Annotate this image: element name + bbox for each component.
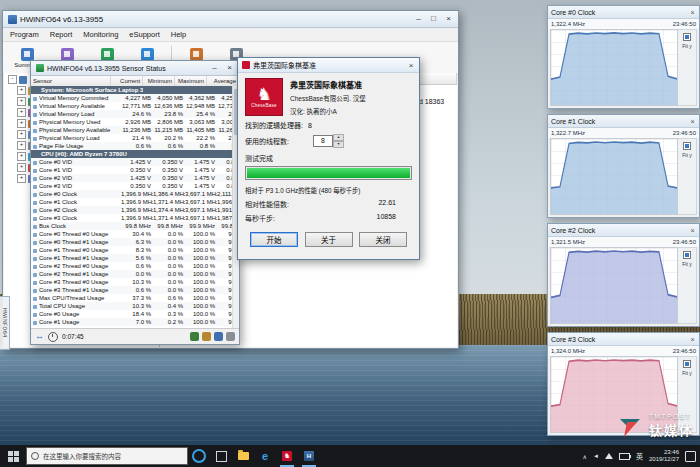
sensor-row[interactable]: Core #0 Clock1,396.9 MHz1,386.4 MHz3,697… xyxy=(31,190,233,198)
graph-window-core-1-clock[interactable]: Core #1 Clock×1,322.7 MHz23:46:50Fit y xyxy=(547,114,700,218)
graph-plot[interactable] xyxy=(550,29,678,106)
sensor-row[interactable]: Virtual Memory Load24.6 %23.8 %25.4 %24.… xyxy=(31,110,233,118)
tray-expand-icon[interactable]: ∧ xyxy=(583,453,587,460)
sensor-row[interactable]: Core #0 Thread #1 Usage6.3 %0.0 %100.0 %… xyxy=(31,238,233,246)
notification-center-icon[interactable] xyxy=(685,451,696,462)
minimize-icon[interactable]: – xyxy=(411,13,426,25)
collapse-icon[interactable]: - xyxy=(8,75,17,84)
graph-titlebar[interactable]: Core #0 Clock× xyxy=(548,6,699,19)
threads-value[interactable]: 8 xyxy=(313,135,333,147)
sensor-row[interactable]: Physical Memory Available11,236 MB11,215… xyxy=(31,126,233,134)
close-icon[interactable]: × xyxy=(686,9,699,16)
fit-y-checkbox[interactable] xyxy=(683,251,691,259)
sensor-row[interactable]: Core #3 Thread #1 Usage0.6 %0.0 %100.0 %… xyxy=(31,286,233,294)
sensor-row[interactable]: Core #1 Thread #0 Usage8.3 %0.0 %100.0 %… xyxy=(31,246,233,254)
menu-esupport[interactable]: eSupport xyxy=(129,30,159,39)
close-icon[interactable]: × xyxy=(686,118,699,125)
sensor-row[interactable]: Virtual Memory Available12,771 MB12,636 … xyxy=(31,102,233,110)
hwinfo-edge-tab[interactable]: HWiNFO64 xyxy=(0,296,10,350)
sensor-row[interactable]: Core #0 Usage18.4 %0.3 %100.0 %94.0 % xyxy=(31,310,233,318)
graph-window-core-2-clock[interactable]: Core #2 Clock×1,321.5 MHz23:46:50Fit y xyxy=(547,223,700,327)
cortana-button[interactable] xyxy=(188,445,210,467)
sensor-row[interactable]: Core #1 VID0.350 V0.350 V1.475 V0.833 V xyxy=(31,166,233,174)
graph-titlebar[interactable]: Core #1 Clock× xyxy=(548,115,699,128)
main-window-titlebar[interactable]: HWiNFO64 v6.13-3955 – □ × xyxy=(3,11,458,28)
graph-plot[interactable] xyxy=(550,138,678,215)
expand-icon[interactable]: + xyxy=(17,163,26,172)
wifi-icon[interactable] xyxy=(605,453,613,459)
search-input[interactable]: 在这里输入你要搜索的内容 xyxy=(26,447,188,465)
volume-icon[interactable]: ◄ xyxy=(593,453,599,459)
fit-y-checkbox[interactable] xyxy=(683,142,691,150)
menu-help[interactable]: Help xyxy=(171,30,186,39)
close-icon[interactable]: × xyxy=(686,227,699,234)
start-button[interactable] xyxy=(0,445,26,467)
expand-icon[interactable]: + xyxy=(17,86,26,95)
sensor-col-sensor[interactable]: Sensor xyxy=(31,76,111,86)
hwinfo-taskbar-button[interactable]: H xyxy=(298,445,320,467)
menu-report[interactable]: Report xyxy=(50,30,73,39)
sensor-row[interactable]: Core #2 Thread #0 Usage0.6 %0.0 %100.0 %… xyxy=(31,262,233,270)
fit-y-checkbox[interactable] xyxy=(683,33,691,41)
maximize-icon[interactable]: □ xyxy=(426,13,441,25)
start-button[interactable]: 开始 xyxy=(250,232,298,247)
sensor-row[interactable]: Max CPU/Thread Usage37.3 %0.6 %100.0 %95… xyxy=(31,294,233,302)
expand-icon[interactable]: + xyxy=(17,152,26,161)
expand-icon[interactable]: + xyxy=(17,174,26,183)
menu-monitoring[interactable]: Monitoring xyxy=(83,30,118,39)
close-icon[interactable]: × xyxy=(403,61,419,70)
spin-up-icon[interactable]: ▲ xyxy=(333,134,344,141)
file-explorer-button[interactable] xyxy=(232,445,254,467)
about-button[interactable]: 关于 xyxy=(305,232,353,247)
sensor-row[interactable]: Virtual Memory Commited4,227 MB4,050 MB4… xyxy=(31,94,233,102)
sensor-row[interactable]: Total CPU Usage10.3 %0.4 %100.0 %93.9 % xyxy=(31,302,233,310)
fit-y-checkbox[interactable] xyxy=(683,360,691,368)
sensor-row[interactable]: Core #2 Clock1,396.9 MHz1,374.4 MHz3,697… xyxy=(31,206,233,214)
close-icon[interactable]: × xyxy=(686,336,699,343)
graph-titlebar[interactable]: Core #3 Clock× xyxy=(548,333,699,346)
dialog-titlebar[interactable]: 弗里茨国际象棋基准 × xyxy=(238,58,419,73)
battery-icon[interactable] xyxy=(619,453,630,460)
sensor-row[interactable]: Core #3 VID0.350 V0.350 V1.475 V0.838 V xyxy=(31,182,233,190)
layout-tool-icon[interactable] xyxy=(214,332,223,341)
graph-tool-icon[interactable] xyxy=(190,332,199,341)
sensor-row[interactable]: Core #3 Clock1,396.9 MHz1,371.4 MHz3,697… xyxy=(31,214,233,222)
task-view-button[interactable] xyxy=(210,445,232,467)
expand-icon[interactable]: + xyxy=(17,141,26,150)
cycle-sensors-icon[interactable]: ↔ xyxy=(35,332,44,341)
taskbar-clock[interactable]: 23:46 2019/12/27 xyxy=(649,449,679,463)
sensor-row[interactable]: Page File Usage0.6 %0.6 %0.8 %0.7 % xyxy=(31,142,233,150)
pin-tool-icon[interactable] xyxy=(226,332,235,341)
sensor-row[interactable]: Core #1 Thread #1 Usage5.6 %0.0 %100.0 %… xyxy=(31,254,233,262)
sensor-row[interactable]: Core #3 Thread #0 Usage10.3 %0.0 %100.0 … xyxy=(31,278,233,286)
spin-down-icon[interactable]: ▼ xyxy=(333,141,344,148)
sensor-row[interactable]: Physical Memory Load21.4 %20.2 %22.2 %21… xyxy=(31,134,233,142)
sensor-row[interactable]: Core #0 Thread #0 Usage30.4 %0.0 %100.0 … xyxy=(31,230,233,238)
sensor-col-maximum[interactable]: Maximum xyxy=(175,76,207,86)
minimize-icon[interactable]: – xyxy=(207,62,222,74)
menu-program[interactable]: Program xyxy=(10,30,39,39)
close-button[interactable]: 关闭 xyxy=(359,232,407,247)
sensor-row[interactable]: Core #1 Clock1,396.9 MHz1,371.4 MHz3,697… xyxy=(31,198,233,206)
sensor-row[interactable]: Bus Clock99.8 MHz99.8 MHz99.9 MHz99.8 MH… xyxy=(31,222,233,230)
settings-tool-icon[interactable] xyxy=(202,332,211,341)
expand-icon[interactable]: + xyxy=(17,130,26,139)
sensor-row[interactable]: Core #2 Thread #1 Usage0.0 %0.0 %100.0 %… xyxy=(31,270,233,278)
sensor-row[interactable]: Core #0 VID1.425 V0.350 V1.475 V0.842 V xyxy=(31,158,233,166)
close-icon[interactable]: × xyxy=(222,62,237,74)
expand-icon[interactable]: + xyxy=(17,97,26,106)
sensor-window-titlebar[interactable]: HWiNFO64 v6.13-3955 Sensor Status – × xyxy=(31,61,239,76)
sensor-row[interactable]: Core #1 Usage7.0 %0.2 %100.0 %93.8 % xyxy=(31,318,233,326)
sensor-row[interactable]: Core #2 VID1.425 V0.350 V1.475 V0.841 V xyxy=(31,174,233,182)
sensor-col-current[interactable]: Current xyxy=(111,76,143,86)
graph-window-core-0-clock[interactable]: Core #0 Clock×1,322.4 MHz23:46:50Fit y xyxy=(547,5,700,109)
close-icon[interactable]: × xyxy=(441,13,456,25)
chessbase-taskbar-button[interactable]: ♞ xyxy=(276,445,298,467)
threads-stepper[interactable]: 8 ▲ ▼ xyxy=(313,134,344,148)
edge-button[interactable]: e xyxy=(254,445,276,467)
graph-titlebar[interactable]: Core #2 Clock× xyxy=(548,224,699,237)
expand-icon[interactable]: + xyxy=(17,119,26,128)
expand-icon[interactable]: + xyxy=(17,108,26,117)
sensor-col-average[interactable]: Average xyxy=(207,76,239,86)
sensor-row[interactable]: Physical Memory Used2,926 MB2,806 MB3,06… xyxy=(31,118,233,126)
